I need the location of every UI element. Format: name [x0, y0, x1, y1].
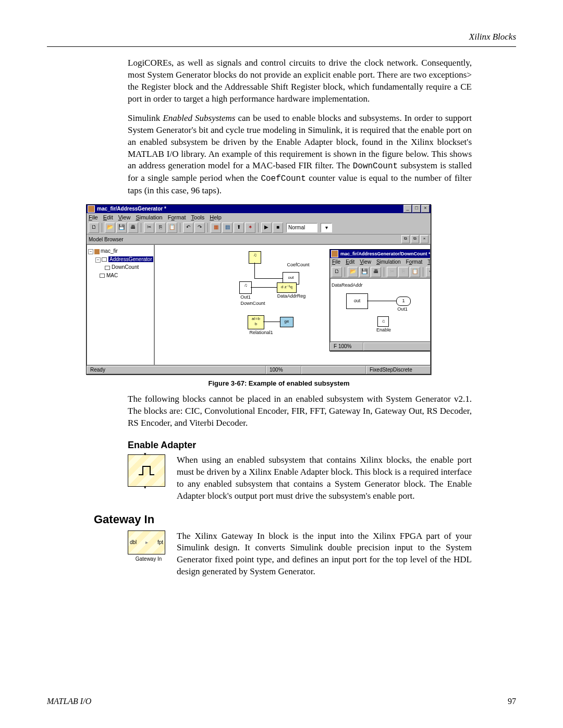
block-downcount-sub[interactable]: ♫: [239, 281, 252, 294]
sim-mode-field[interactable]: Normal: [286, 223, 317, 232]
inner-statusbar: F 100% FixedStepDisc: [330, 342, 431, 351]
inner-menu-file[interactable]: File: [332, 258, 340, 266]
header-rule: [47, 46, 516, 47]
inner-window-title: mac_fir/AddressGenerator/DownCount *: [340, 251, 431, 257]
menu-edit[interactable]: Edit: [103, 214, 113, 221]
outer-window-title: mac_fir/AddressGenerator *: [97, 205, 403, 213]
mb-close-icon[interactable]: ×: [420, 235, 429, 243]
redo-button[interactable]: ↷: [194, 223, 205, 233]
save-button[interactable]: 💾: [116, 223, 127, 233]
gateway-text: The Xilinx Gateway In block is the input…: [177, 530, 472, 578]
inner-block-out[interactable]: out: [346, 293, 368, 309]
outer-canvas[interactable]: ♫ CoefCount out ♫ Out1 DownCount: [154, 244, 431, 365]
p2-mono-1: DownCount: [353, 162, 398, 171]
mb-icon-2[interactable]: ⧉: [411, 235, 419, 243]
block-dataaddrreg[interactable]: d z⁻¹q: [277, 282, 297, 293]
undo-button[interactable]: ↶: [183, 223, 193, 233]
open-button[interactable]: 📂: [105, 223, 115, 233]
inner-canvas[interactable]: DataReadAddr out 1 Out1 ♫ Enable: [330, 278, 431, 342]
debug-button[interactable]: ✶: [245, 223, 255, 233]
menu-view[interactable]: View: [118, 214, 131, 221]
menu-help[interactable]: Help: [210, 214, 222, 221]
inner-label-out1: Out1: [387, 306, 418, 312]
outer-titlebar[interactable]: mac_fir/AddressGenerator * _ □ ×: [87, 205, 431, 213]
outer-status-zoom: 100%: [266, 366, 301, 374]
tree-root[interactable]: −mac_fir: [88, 247, 153, 255]
model-browser-bar: Model Browser ⧉ ⧉ ×: [87, 235, 431, 244]
copy-button[interactable]: ⎘: [155, 223, 166, 233]
cut-button[interactable]: ✂: [144, 223, 154, 233]
inner-block-enable[interactable]: ♫: [377, 316, 389, 327]
inner-cut-button[interactable]: ✂: [387, 267, 397, 277]
minimize-button[interactable]: _: [403, 205, 412, 213]
label-out1: Out1: [235, 294, 256, 300]
inner-menu-tools[interactable]: Tools: [427, 258, 431, 266]
outer-status-solver: FixedStepDiscrete: [366, 366, 431, 374]
footer-section: MATLAB I/O: [47, 696, 91, 707]
heading-gateway-in: Gateway In: [94, 512, 516, 527]
running-header: Xilinx Blocks: [47, 31, 516, 46]
inner-titlebar[interactable]: mac_fir/AddressGenerator/DownCount * _ □…: [330, 250, 431, 258]
outer-split: −mac_fir −AddressGenerator DownCount MAC…: [87, 244, 431, 365]
up-button[interactable]: ⬆: [234, 223, 244, 233]
outer-status-blank: [301, 366, 366, 374]
stop-button[interactable]: ■: [273, 223, 283, 233]
paste-button[interactable]: 📋: [167, 223, 177, 233]
close-button[interactable]: ×: [421, 205, 430, 213]
gateway-icon-left: dbl: [130, 539, 137, 546]
inner-print-button[interactable]: 🖶: [371, 267, 381, 277]
maximize-button[interactable]: □: [412, 205, 421, 213]
enable-adapter-text: When using an enabled subsystem that con…: [177, 454, 472, 502]
pulse-icon: [139, 465, 154, 476]
inner-open-button[interactable]: 📂: [348, 267, 358, 277]
inner-menu-edit[interactable]: Edit: [346, 258, 354, 266]
library-button[interactable]: ▦: [211, 223, 221, 233]
block-coefcount[interactable]: ♫: [249, 251, 261, 264]
block-ge[interactable]: ge: [280, 317, 293, 327]
new-button[interactable]: 🗋: [89, 223, 99, 233]
paragraph-1: LogiCOREs, as well as signals and contro…: [128, 57, 472, 105]
figure-caption: Figure 3-67: Example of enabled subsyste…: [128, 379, 430, 388]
app-icon: [88, 205, 95, 213]
enable-adapter-icon: ▾ ▾: [128, 454, 165, 487]
menu-tools[interactable]: Tools: [191, 214, 205, 221]
heading-enable-adapter: Enable Adapter: [128, 439, 472, 451]
label-coefcount: CoefCount: [277, 262, 319, 268]
label-downcount: DownCount: [232, 300, 274, 306]
block-relational1[interactable]: a!=bb: [248, 315, 264, 329]
label-datareadaddr: DataReadAddr: [332, 282, 378, 288]
mb-icon-1[interactable]: ⧉: [401, 235, 410, 243]
menu-format[interactable]: Format: [168, 214, 186, 221]
inner-copy-button[interactable]: ⎘: [398, 267, 409, 277]
paragraph-2: Simulink Enabled Subsystems can be used …: [128, 113, 472, 197]
p2-italic: Enabled Subsystems: [163, 113, 235, 123]
gateway-icon-right: fpt: [157, 539, 163, 546]
inner-undo-button[interactable]: ↶: [426, 267, 431, 277]
start-button[interactable]: ▶: [261, 223, 272, 233]
inner-menu-format[interactable]: Format: [406, 258, 423, 266]
gateway-row: dbl ▸ fpt Gateway In The Xilinx Gateway …: [128, 530, 472, 578]
sim-mode-dropdown[interactable]: ▾: [321, 223, 332, 232]
model-browser-icons: ⧉ ⧉ ×: [401, 235, 429, 243]
inner-app-icon: [331, 250, 338, 257]
paragraph-3: The following blocks cannot be placed in…: [128, 393, 472, 429]
enable-adapter-row: ▾ ▾ When using an enabled subsystem that…: [128, 454, 472, 502]
inner-new-button[interactable]: 🗋: [332, 267, 342, 277]
inner-status-blank: [363, 342, 431, 351]
outer-window: mac_fir/AddressGenerator * _ □ × File Ed…: [86, 204, 431, 375]
menu-simulation[interactable]: Simulation: [136, 214, 162, 221]
blockset-button[interactable]: ▤: [222, 223, 232, 233]
inner-paste-button[interactable]: 📋: [410, 267, 420, 277]
tree-downcount[interactable]: DownCount: [88, 263, 153, 272]
inner-save-button[interactable]: 💾: [359, 267, 370, 277]
menu-file[interactable]: File: [89, 214, 98, 221]
p2-run-a: Simulink: [128, 113, 163, 123]
print-button[interactable]: 🖶: [128, 223, 138, 233]
tree-addressgenerator[interactable]: −AddressGenerator: [88, 255, 153, 264]
inner-block-out1[interactable]: 1: [396, 297, 411, 306]
page-footer: MATLAB I/O 97: [47, 696, 516, 707]
inner-menu-view[interactable]: View: [360, 258, 371, 266]
model-browser-tree[interactable]: −mac_fir −AddressGenerator DownCount MAC: [87, 244, 154, 365]
tree-mac[interactable]: MAC: [88, 272, 153, 280]
inner-menu-simulation[interactable]: Simulation: [376, 258, 401, 266]
